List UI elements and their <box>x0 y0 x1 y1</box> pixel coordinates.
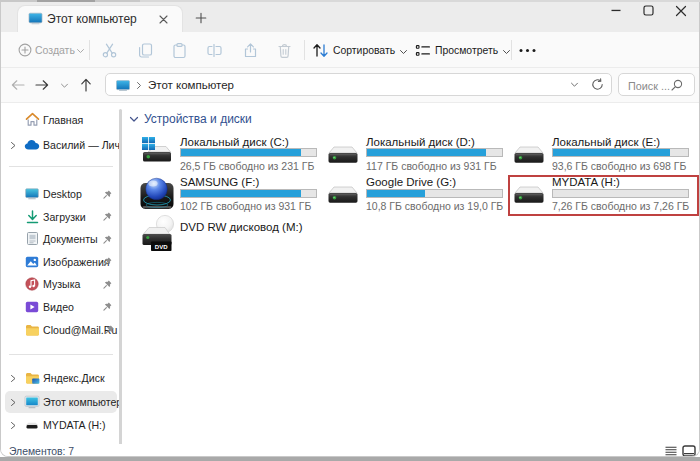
svg-text:DVD: DVD <box>155 244 168 250</box>
